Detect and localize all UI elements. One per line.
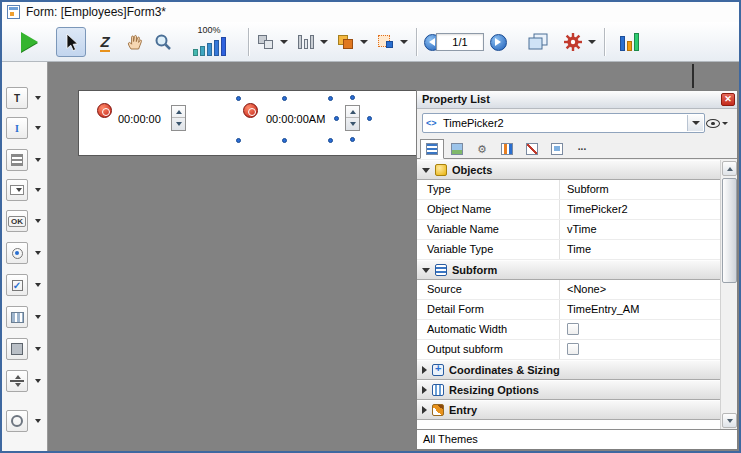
timepicker2-value[interactable]: 00:00:00AM	[266, 113, 325, 125]
tool-radio-dropdown[interactable]	[33, 242, 43, 264]
scroll-up-button[interactable]	[722, 161, 737, 176]
property-row[interactable]: Object Name TimePicker2	[417, 200, 720, 220]
automatic-width-checkbox[interactable]	[567, 323, 579, 335]
property-value[interactable]: TimePicker2	[559, 200, 720, 219]
property-row[interactable]: Variable Type Time	[417, 240, 720, 260]
group-objects[interactable]: Objects	[417, 160, 720, 180]
align-button[interactable]	[254, 27, 278, 57]
tool-listbox-button[interactable]	[6, 149, 28, 171]
tool-button-button[interactable]: OK	[6, 210, 28, 232]
tool-radio-button[interactable]	[6, 242, 28, 264]
move-tool-button[interactable]	[122, 27, 148, 57]
tab-graphs[interactable]	[520, 139, 544, 159]
property-row[interactable]: Type Subform	[417, 180, 720, 200]
object-color-dropdown[interactable]	[398, 27, 410, 57]
combo-dropdown-button[interactable]	[687, 115, 703, 131]
property-row[interactable]: Automatic Width	[417, 320, 720, 340]
align-dropdown[interactable]	[278, 27, 290, 57]
theme-filter[interactable]: All Themes	[417, 429, 737, 449]
view-filter-button[interactable]	[703, 115, 731, 132]
selection-handle[interactable]	[328, 138, 333, 143]
property-value[interactable]: Time	[559, 240, 720, 259]
timepicker2-anchor-icon[interactable]	[243, 103, 258, 118]
tab-more[interactable]: ...	[570, 139, 594, 159]
property-value[interactable]: vTime	[559, 220, 720, 239]
tool-input-dropdown[interactable]	[33, 117, 43, 139]
tool-oval-dropdown[interactable]	[33, 410, 43, 432]
scroll-down-button[interactable]	[722, 413, 737, 428]
stepper-down-button[interactable]	[172, 118, 185, 130]
execute-form-button[interactable]	[14, 27, 44, 57]
scrollbar-thumb[interactable]	[722, 178, 737, 283]
property-row[interactable]: Source <None>	[417, 280, 720, 300]
timepicker2-stepper[interactable]	[345, 105, 360, 131]
property-value[interactable]: TimeEntry_AM	[559, 300, 720, 319]
tab-charts[interactable]	[495, 139, 519, 159]
tool-rectangle-dropdown[interactable]	[33, 338, 43, 360]
tool-checkbox-dropdown[interactable]	[33, 274, 43, 296]
tool-oval-button[interactable]	[6, 410, 28, 432]
stepper-up-button[interactable]	[172, 106, 185, 118]
tool-splitter-dropdown[interactable]	[33, 370, 43, 392]
close-button[interactable]	[721, 93, 735, 106]
output-subform-checkbox[interactable]	[567, 343, 579, 355]
selection-handle[interactable]	[328, 96, 333, 101]
group-subform[interactable]: Subform	[417, 260, 720, 280]
selection-handle[interactable]	[236, 138, 241, 143]
tool-rectangle-button[interactable]	[6, 338, 28, 360]
property-scrollbar[interactable]	[720, 160, 737, 429]
selection-handle[interactable]	[282, 138, 287, 143]
object-color-button[interactable]	[374, 27, 398, 57]
property-row[interactable]: Detail Form TimeEntry_AM	[417, 300, 720, 320]
distribute-dropdown[interactable]	[318, 27, 330, 57]
property-value[interactable]: Subform	[559, 180, 720, 199]
preferences-button[interactable]	[560, 27, 586, 57]
tool-text-button[interactable]: T	[6, 87, 28, 109]
tab-appearance[interactable]	[445, 139, 469, 159]
tool-checkbox-button[interactable]: ✓	[6, 274, 28, 296]
tool-splitter-button[interactable]	[6, 370, 28, 392]
tool-combobox-button[interactable]	[6, 179, 28, 201]
zoom-level-control[interactable]: 100%	[178, 25, 240, 59]
stepper-up-button[interactable]	[346, 106, 359, 118]
group-coordinates-sizing[interactable]: Coordinates & Sizing	[417, 360, 720, 380]
database-objects-button[interactable]	[614, 27, 644, 57]
preferences-dropdown[interactable]	[586, 27, 598, 57]
tool-buttonbar-dropdown[interactable]	[33, 306, 43, 328]
tool-listbox-dropdown[interactable]	[33, 149, 43, 171]
selection-handle[interactable]	[367, 116, 372, 121]
timepicker1-value[interactable]: 00:00:00	[118, 113, 161, 125]
zoom-tool-button[interactable]	[150, 27, 176, 57]
next-page-button[interactable]	[488, 27, 508, 57]
form-area[interactable]: 00:00:00 00:00:00AM	[78, 90, 418, 156]
selection-handle[interactable]	[334, 116, 339, 121]
tool-button-dropdown[interactable]	[33, 210, 43, 232]
tool-combobox-dropdown[interactable]	[33, 179, 43, 201]
selection-handle[interactable]	[350, 95, 355, 100]
distribute-button[interactable]	[294, 27, 318, 57]
property-row[interactable]: Output subform	[417, 340, 720, 360]
tab-properties[interactable]	[420, 139, 444, 159]
timepicker1-anchor-icon[interactable]	[97, 103, 112, 118]
selection-handle[interactable]	[282, 96, 287, 101]
selection-handle[interactable]	[350, 137, 355, 142]
group-entry[interactable]: Entry	[417, 400, 720, 420]
selection-tool-button[interactable]	[56, 27, 86, 57]
selection-handle[interactable]	[236, 96, 241, 101]
entry-order-button[interactable]: Z	[92, 27, 118, 57]
group-resizing-options[interactable]: Resizing Options	[417, 380, 720, 400]
tab-display[interactable]	[545, 139, 569, 159]
tool-text-dropdown[interactable]	[33, 87, 43, 109]
property-value[interactable]: <None>	[559, 280, 720, 299]
object-selector-combo[interactable]: <> TimePicker2	[422, 113, 705, 133]
timepicker1-stepper[interactable]	[171, 105, 186, 131]
tool-input-button[interactable]: I	[6, 117, 28, 139]
object-order-dropdown[interactable]	[358, 27, 370, 57]
coordinates-group-icon	[432, 364, 444, 376]
form-windows-button[interactable]	[524, 27, 552, 57]
property-row[interactable]: Variable Name vTime	[417, 220, 720, 240]
stepper-down-button[interactable]	[346, 118, 359, 130]
object-order-button[interactable]	[334, 27, 358, 57]
tool-buttonbar-button[interactable]	[6, 306, 28, 328]
tab-events[interactable]: ⚙	[470, 139, 494, 159]
